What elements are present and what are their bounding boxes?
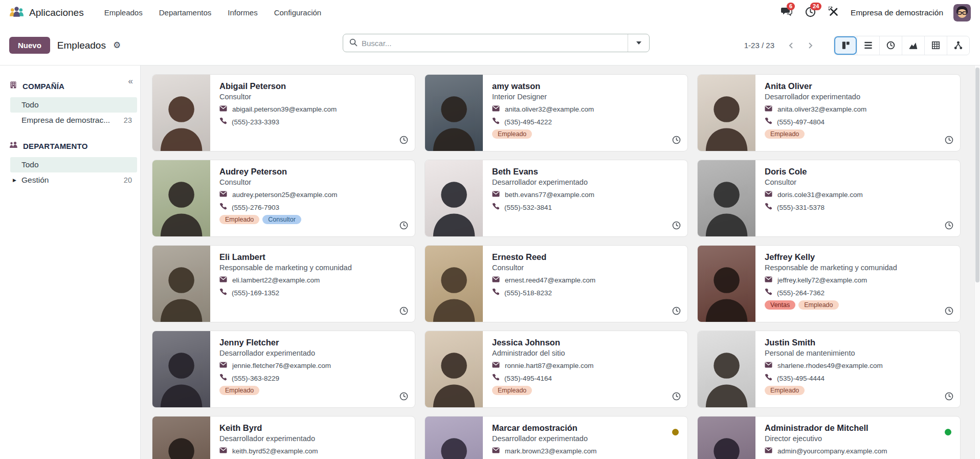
- sidebar-item-empresa-de-demostrac[interactable]: Empresa de demostrac... 23: [10, 113, 137, 128]
- employee-card-audrey-peterson[interactable]: Audrey Peterson Consultor audrey.peterso…: [152, 160, 415, 237]
- employee-photo: [698, 417, 755, 459]
- tag-empleado[interactable]: Empleado: [798, 300, 838, 310]
- nav-item-informes[interactable]: Informes: [221, 5, 263, 20]
- employee-phone[interactable]: (555)-497-4804: [777, 118, 825, 126]
- activity-clock-icon[interactable]: [399, 392, 408, 403]
- activity-clock-icon[interactable]: [672, 221, 681, 232]
- nav-item-departamentos[interactable]: Departamentos: [153, 5, 218, 20]
- nav-item-empleados[interactable]: Empleados: [98, 5, 149, 20]
- apps-menu[interactable]: Aplicaciones: [9, 6, 84, 19]
- new-button[interactable]: Nuevo: [9, 37, 50, 54]
- sidebar-item-todo[interactable]: Todo: [10, 157, 137, 172]
- employee-email[interactable]: abigail.peterson39@example.com: [232, 105, 337, 113]
- employee-phone[interactable]: (555)-264-7362: [777, 289, 825, 297]
- search-filters-toggle[interactable]: [628, 34, 649, 52]
- employee-email[interactable]: anita.oliver32@example.com: [777, 105, 866, 113]
- user-avatar[interactable]: [953, 4, 971, 21]
- employee-card-administrador-de-mitchell[interactable]: Administrador de Mitchell Director ejecu…: [697, 416, 961, 459]
- employee-card-ernesto-reed[interactable]: Ernesto Reed Consultor ernest.reed47@exa…: [425, 245, 688, 322]
- expand-caret-icon[interactable]: ▶: [13, 178, 16, 183]
- employee-card-jeffrey-kelly[interactable]: Jeffrey Kelly Responsable de marketing y…: [697, 245, 961, 322]
- employee-email[interactable]: eli.lambert22@example.com: [232, 276, 320, 284]
- activity-clock-icon[interactable]: [945, 221, 953, 232]
- pager-next-button[interactable]: [800, 36, 819, 55]
- tag-empleado[interactable]: Empleado: [492, 386, 532, 395]
- employee-email[interactable]: ronnie.hart87@example.com: [505, 362, 594, 369]
- view-pivot-button[interactable]: [924, 36, 947, 55]
- activity-clock-icon[interactable]: [672, 136, 681, 146]
- employee-phone[interactable]: (555)-518-8232: [504, 289, 552, 297]
- employee-phone[interactable]: (555)-169-1352: [232, 289, 279, 297]
- sidebar-item-gesti-n[interactable]: ▶ Gestión 20: [10, 172, 137, 188]
- employee-card-beth-evans[interactable]: Beth Evans Desarrollador experimentado b…: [425, 160, 688, 237]
- sidebar-item-todo[interactable]: Todo: [10, 97, 137, 113]
- employee-email[interactable]: beth.evans77@example.com: [505, 191, 594, 199]
- activity-clock-icon[interactable]: [945, 307, 953, 317]
- pager-previous-button[interactable]: [782, 36, 800, 55]
- tag-ventas[interactable]: Ventas: [765, 300, 795, 310]
- employee-card-jenny-fletcher[interactable]: Jenny Fletcher Desarrollador experimenta…: [152, 331, 415, 408]
- employee-email[interactable]: anita.oliver32@example.com: [505, 105, 594, 113]
- scrollbar-thumb[interactable]: [975, 68, 979, 282]
- sidebar-collapse-button[interactable]: «: [128, 77, 133, 85]
- employee-card-anita-oliver[interactable]: Anita Oliver Desarrollador experimentado…: [697, 74, 961, 151]
- activities-button[interactable]: 24: [804, 6, 817, 19]
- view-graph-button[interactable]: [902, 36, 924, 55]
- search-input[interactable]: [362, 39, 628, 48]
- view-list-button[interactable]: [857, 36, 879, 55]
- tag-consultor[interactable]: Consultor: [262, 215, 301, 224]
- activity-clock-icon[interactable]: [399, 136, 408, 146]
- activity-clock-icon[interactable]: [672, 307, 681, 317]
- employee-email[interactable]: ernest.reed47@example.com: [505, 276, 595, 284]
- sidebar-section-title: DEPARTAMENTO: [23, 142, 88, 150]
- activity-clock-icon[interactable]: [399, 307, 408, 317]
- employee-phone[interactable]: (535)-495-4164: [504, 375, 552, 382]
- employee-phone[interactable]: (555)-276-7903: [232, 204, 279, 211]
- employee-card-marcar-demostraci-n[interactable]: Marcar demostración Desarrollador experi…: [425, 416, 688, 459]
- employee-photo: [698, 160, 755, 236]
- employee-phone[interactable]: (555)-233-3393: [232, 118, 279, 126]
- employee-phone[interactable]: (555)-331-5378: [777, 204, 825, 211]
- employee-phone[interactable]: (535)-495-4444: [777, 375, 825, 382]
- activity-clock-icon[interactable]: [399, 221, 408, 232]
- phone-icon: [219, 374, 227, 383]
- employee-email[interactable]: doris.cole31@example.com: [777, 191, 863, 199]
- employee-card-justin-smith[interactable]: Justin Smith Personal de mantenimiento s…: [697, 331, 961, 408]
- email-icon: [492, 361, 500, 370]
- messages-button[interactable]: 6: [780, 6, 793, 19]
- employee-phone[interactable]: (555)-532-3841: [504, 204, 552, 211]
- employee-email[interactable]: mark.brown23@example.com: [505, 447, 597, 455]
- employee-email[interactable]: audrey.peterson25@example.com: [232, 191, 338, 199]
- activity-clock-icon[interactable]: [945, 136, 953, 146]
- graph-view-icon: [908, 40, 918, 50]
- employee-card-eli-lambert[interactable]: Eli Lambert Responsable de marketing y c…: [152, 245, 415, 322]
- view-hierarchy-button[interactable]: [947, 36, 969, 55]
- company-switcher[interactable]: Empresa de demostración: [851, 8, 943, 17]
- employee-phone[interactable]: (555)-363-8229: [232, 375, 279, 382]
- employee-email[interactable]: keith.byrd52@example.com: [232, 447, 318, 455]
- employee-email[interactable]: jennie.fletcher76@example.com: [232, 362, 331, 369]
- activity-clock-icon[interactable]: [672, 392, 681, 403]
- employee-card-doris-cole[interactable]: Doris Cole Consultor doris.cole31@exampl…: [697, 160, 961, 237]
- tag-empleado[interactable]: Empleado: [765, 129, 805, 139]
- nav-item-configuraci-n[interactable]: Configuración: [268, 5, 328, 20]
- employee-card-jessica-johnson[interactable]: Jessica Johnson Administrador del sitio …: [425, 331, 688, 408]
- tag-empleado[interactable]: Empleado: [219, 386, 259, 395]
- tag-empleado[interactable]: Empleado: [765, 386, 805, 395]
- vertical-scrollbar[interactable]: [974, 65, 980, 459]
- developer-tools-button[interactable]: [827, 6, 840, 19]
- employee-email[interactable]: jeffrey.kelly72@example.com: [777, 276, 867, 284]
- employee-email[interactable]: sharlene.rhodes49@example.com: [777, 362, 883, 369]
- employee-job-title: Director ejecutivo: [765, 434, 952, 443]
- employee-card-amy-watson[interactable]: amy watson Interior Designer anita.olive…: [425, 74, 688, 151]
- view-activity-button[interactable]: [879, 36, 902, 55]
- employee-card-keith-byrd[interactable]: Keith Byrd Desarrollador experimentado k…: [152, 416, 415, 459]
- employee-email[interactable]: admin@yourcompany.example.com: [777, 447, 887, 455]
- employee-phone[interactable]: (535)-495-4222: [504, 118, 552, 126]
- view-settings-gear-icon[interactable]: ⚙: [113, 41, 121, 50]
- tag-empleado[interactable]: Empleado: [492, 129, 532, 139]
- view-kanban-button[interactable]: [834, 36, 857, 55]
- employee-card-abigail-peterson[interactable]: Abigail Peterson Consultor abigail.peter…: [152, 74, 415, 151]
- tag-empleado[interactable]: Empleado: [219, 215, 259, 224]
- activity-clock-icon[interactable]: [945, 392, 953, 403]
